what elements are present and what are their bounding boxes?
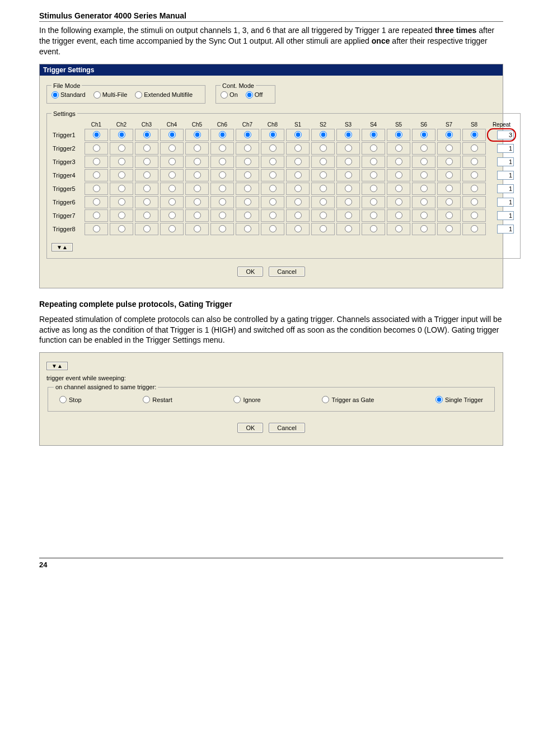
radio-input[interactable] — [345, 131, 352, 138]
trigger-channel-cell[interactable] — [135, 183, 158, 195]
radio-input[interactable] — [320, 212, 327, 219]
radio-input[interactable] — [219, 158, 226, 165]
trigger-channel-cell[interactable] — [160, 196, 184, 208]
radio-input[interactable] — [246, 91, 253, 99]
repeat-input[interactable] — [497, 211, 514, 220]
radio-input[interactable] — [244, 158, 251, 165]
trigger-channel-cell[interactable] — [336, 209, 360, 222]
radio-input[interactable] — [118, 158, 125, 165]
trigger-channel-cell[interactable] — [387, 156, 410, 168]
trigger-channel-cell[interactable] — [261, 169, 284, 181]
radio-input[interactable] — [143, 158, 151, 165]
radio-input[interactable] — [244, 131, 251, 138]
trigger-channel-cell[interactable] — [336, 142, 360, 155]
radio-input[interactable] — [345, 144, 352, 152]
radio-input[interactable] — [244, 185, 251, 192]
radio-input[interactable] — [370, 131, 377, 138]
radio-input[interactable] — [420, 158, 428, 165]
radio-input[interactable] — [370, 158, 377, 165]
trigger-channel-cell[interactable] — [412, 196, 435, 208]
trigger-channel-cell[interactable] — [362, 223, 385, 235]
radio-input[interactable] — [435, 396, 443, 403]
trigger-channel-cell[interactable] — [110, 142, 133, 155]
trigger-channel-cell[interactable] — [236, 183, 259, 195]
radio-input[interactable] — [118, 131, 125, 138]
trigger-channel-cell[interactable] — [185, 169, 209, 181]
radio-input[interactable] — [194, 212, 201, 219]
radio-input[interactable] — [244, 171, 251, 179]
radio-input[interactable] — [143, 144, 151, 152]
radio-input[interactable] — [294, 171, 302, 179]
radio-input[interactable] — [471, 225, 478, 232]
radio-input[interactable] — [168, 225, 176, 232]
trigger-channel-cell[interactable] — [261, 196, 284, 208]
repeat-cell[interactable] — [488, 129, 516, 141]
repeat-cell[interactable] — [488, 169, 516, 181]
radio-input[interactable] — [244, 144, 251, 152]
trigger-channel-cell[interactable] — [110, 129, 133, 141]
radio-input[interactable] — [219, 225, 226, 232]
radio-input[interactable] — [446, 198, 453, 206]
radio-input[interactable] — [194, 144, 201, 152]
radio-input[interactable] — [219, 144, 226, 152]
radio-input[interactable] — [345, 185, 352, 192]
trigger-channel-cell[interactable] — [387, 183, 410, 195]
repeat-cell[interactable] — [488, 183, 516, 195]
trigger-channel-cell[interactable] — [160, 129, 184, 141]
radio-input[interactable] — [294, 158, 302, 165]
radio-input[interactable] — [471, 212, 478, 219]
trigger-channel-cell[interactable] — [311, 209, 335, 222]
trigger-channel-cell[interactable] — [412, 142, 435, 155]
radio-input[interactable] — [219, 171, 226, 179]
trigger-channel-cell[interactable] — [160, 169, 184, 181]
radio-input[interactable] — [446, 212, 453, 219]
trigger-channel-cell[interactable] — [437, 156, 461, 168]
repeat-input[interactable] — [497, 225, 514, 234]
trigger-channel-cell[interactable] — [362, 156, 385, 168]
trigger-channel-cell[interactable] — [412, 183, 435, 195]
trigger-channel-cell[interactable] — [236, 156, 259, 168]
trigger-channel-cell[interactable] — [236, 196, 259, 208]
radio-input[interactable] — [269, 171, 277, 179]
trigger-channel-cell[interactable] — [311, 142, 335, 155]
radio-input[interactable] — [93, 158, 100, 165]
trigger-channel-cell[interactable] — [311, 156, 335, 168]
trigger-channel-cell[interactable] — [387, 196, 410, 208]
radio-input[interactable] — [395, 131, 402, 138]
radio-input[interactable] — [59, 396, 67, 403]
radio-input[interactable] — [471, 131, 478, 138]
radio-input[interactable] — [135, 91, 142, 99]
trigger-channel-cell[interactable] — [85, 169, 108, 181]
trigger-channel-cell[interactable] — [110, 196, 133, 208]
radio-input[interactable] — [446, 131, 453, 138]
radio-input[interactable] — [395, 185, 402, 192]
trigger-channel-cell[interactable] — [185, 196, 209, 208]
radio-input[interactable] — [471, 185, 478, 192]
radio-input[interactable] — [143, 225, 151, 232]
radio-input[interactable] — [420, 225, 428, 232]
sweep-option[interactable]: Ignore — [233, 396, 260, 403]
radio-input[interactable] — [370, 198, 377, 206]
trigger-channel-cell[interactable] — [387, 142, 410, 155]
trigger-channel-cell[interactable] — [135, 196, 158, 208]
radio-input[interactable] — [118, 198, 125, 206]
trigger-channel-cell[interactable] — [135, 169, 158, 181]
radio-input[interactable] — [143, 198, 151, 206]
radio-input[interactable] — [118, 144, 125, 152]
trigger-channel-cell[interactable] — [311, 183, 335, 195]
radio-input[interactable] — [294, 212, 302, 219]
radio-input[interactable] — [320, 144, 327, 152]
file-mode-option[interactable]: Multi-File — [93, 91, 128, 99]
cancel-button[interactable]: Cancel — [269, 423, 305, 433]
trigger-channel-cell[interactable] — [362, 142, 385, 155]
trigger-channel-cell[interactable] — [85, 209, 108, 222]
radio-input[interactable] — [93, 212, 100, 219]
radio-input[interactable] — [168, 158, 176, 165]
radio-input[interactable] — [143, 185, 151, 192]
trigger-channel-cell[interactable] — [412, 156, 435, 168]
trigger-channel-cell[interactable] — [160, 183, 184, 195]
radio-input[interactable] — [446, 158, 453, 165]
radio-input[interactable] — [168, 185, 176, 192]
trigger-channel-cell[interactable] — [336, 129, 360, 141]
trigger-channel-cell[interactable] — [462, 209, 486, 222]
